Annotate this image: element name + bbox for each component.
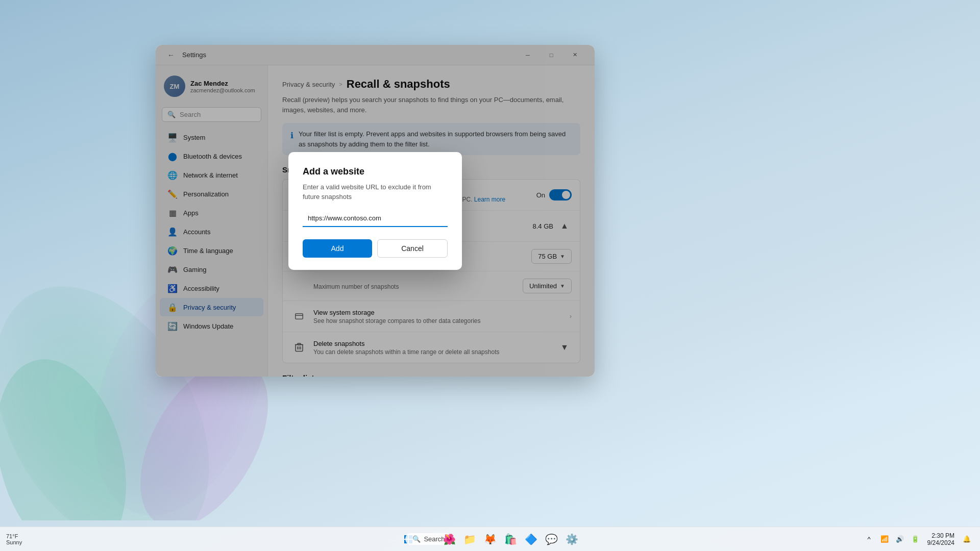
current-time: 2:30 PM [932, 532, 954, 539]
weather-widget[interactable]: 71°F Sunny [6, 533, 22, 545]
cancel-button[interactable]: Cancel [377, 239, 448, 258]
taskbar-app-teams[interactable]: 💬 [542, 530, 560, 548]
modal-buttons: Add Cancel [303, 239, 448, 258]
add-website-dialog: Add a website Enter a valid website URL … [288, 152, 462, 270]
tray-overflow-icon[interactable]: ^ [862, 532, 876, 546]
taskbar-search-button[interactable]: 🔍 Search [420, 530, 438, 548]
taskbar-app-copilot[interactable]: 🔷 [522, 530, 540, 548]
taskbar-left: 71°F Sunny [6, 533, 26, 545]
time-display[interactable]: 2:30 PM 9/24/2024 [925, 532, 957, 546]
system-tray: ^ 📶 🔊 🔋 [862, 532, 922, 546]
settings-window: ← Settings ─ □ ✕ ZM Zac Mendez zacmendez… [156, 45, 595, 377]
modal-overlay: Add a website Enter a valid website URL … [156, 45, 595, 377]
taskbar: 71°F Sunny 🔍 Search 🌺 📁 🦊 🛍️ 🔷 💬 ⚙️ ^ 📶 … [0, 527, 980, 551]
notification-icon[interactable]: 🔔 [960, 532, 974, 546]
add-website-button[interactable]: Add [303, 239, 372, 258]
taskbar-app-files[interactable]: 📁 [460, 530, 479, 548]
taskbar-app-settings[interactable]: ⚙️ [562, 530, 581, 548]
tray-battery-icon[interactable]: 🔋 [908, 532, 922, 546]
taskbar-search-icon: 🔍 [412, 535, 421, 543]
modal-title: Add a website [303, 166, 448, 177]
taskbar-app-browser[interactable]: 🦊 [481, 530, 499, 548]
tray-volume-icon[interactable]: 🔊 [893, 532, 907, 546]
website-url-input[interactable] [303, 210, 448, 227]
tray-network-icon[interactable]: 📶 [877, 532, 892, 546]
weather-temperature: 71°F [6, 533, 22, 539]
weather-condition: Sunny [6, 539, 22, 545]
current-date: 9/24/2024 [927, 539, 954, 546]
modal-description: Enter a valid website URL to exclude it … [303, 182, 448, 202]
taskbar-center: 🔍 Search 🌺 📁 🦊 🛍️ 🔷 💬 ⚙️ [399, 530, 581, 548]
taskbar-app-flower[interactable]: 🌺 [440, 530, 458, 548]
taskbar-right: ^ 📶 🔊 🔋 2:30 PM 9/24/2024 🔔 [862, 532, 974, 546]
taskbar-app-store[interactable]: 🛍️ [501, 530, 520, 548]
